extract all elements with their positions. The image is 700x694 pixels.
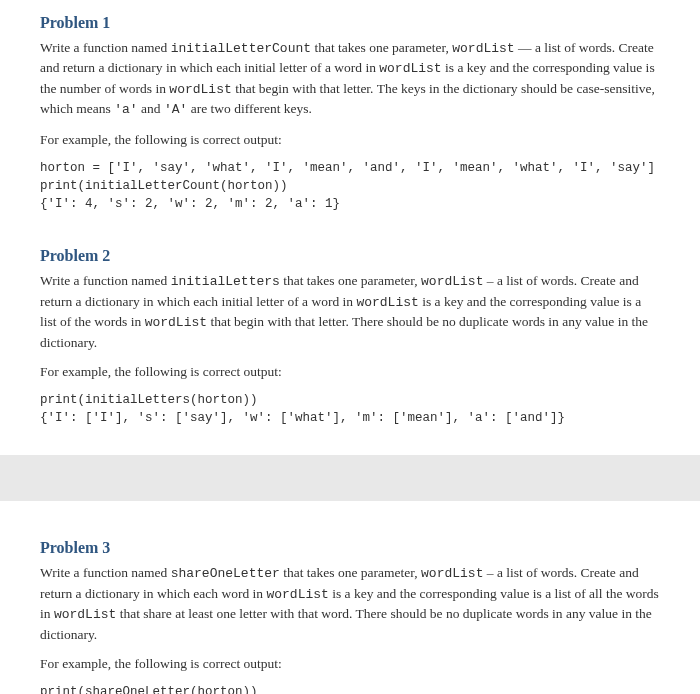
param-wordlist: wordList: [421, 566, 483, 581]
problem-3: Problem 3 Write a function named shareOn…: [40, 539, 660, 694]
param-wordlist: wordList: [452, 41, 514, 56]
problem-1-title: Problem 1: [40, 14, 660, 32]
problem-1-code: horton = ['I', 'say', 'what', 'I', 'mean…: [40, 159, 660, 213]
gap: [40, 213, 660, 247]
problem-3-title: Problem 3: [40, 539, 660, 557]
problem-2-code: print(initialLetters(horton)) {'I': ['I'…: [40, 391, 660, 427]
problem-3-example-intro: For example, the following is correct ou…: [40, 654, 660, 673]
page-1: Problem 1 Write a function named initial…: [0, 0, 700, 455]
fn-name: shareOneLetter: [171, 566, 280, 581]
param-wordlist: wordList: [421, 274, 483, 289]
problem-2-description: Write a function named initialLetters th…: [40, 271, 660, 352]
problem-2: Problem 2 Write a function named initial…: [40, 247, 660, 427]
top-margin: [40, 515, 660, 539]
page-break: [0, 455, 700, 501]
problem-2-example-intro: For example, the following is correct ou…: [40, 362, 660, 381]
problem-1-description: Write a function named initialLetterCoun…: [40, 38, 660, 120]
problem-2-title: Problem 2: [40, 247, 660, 265]
problem-3-description: Write a function named shareOneLetter th…: [40, 563, 660, 644]
problem-1: Problem 1 Write a function named initial…: [40, 14, 660, 213]
fn-name: initialLetters: [171, 274, 280, 289]
page-2: Problem 3 Write a function named shareOn…: [0, 501, 700, 694]
problem-3-code: print(shareOneLetter(horton)) {'I': ['I'…: [40, 683, 660, 694]
fn-name: initialLetterCount: [171, 41, 311, 56]
problem-1-example-intro: For example, the following is correct ou…: [40, 130, 660, 149]
